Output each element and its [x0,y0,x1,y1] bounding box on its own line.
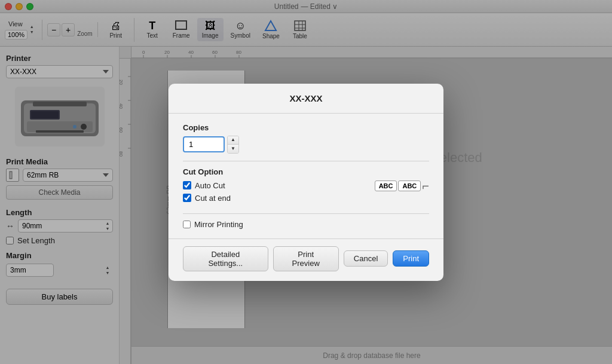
divider-2 [183,213,429,214]
copies-down-button[interactable]: ▼ [228,145,238,153]
copies-label: Copies [183,123,429,132]
auto-cut-label: Auto Cut [195,181,225,190]
mirror-printing-label: Mirror Printing [194,220,243,229]
auto-cut-checkbox[interactable] [183,181,191,189]
print-dialog: XX-XXX Copies ▲ ▼ Cut Option [169,84,443,281]
abc-badge-group: ABC ABC ⌐ [375,179,429,193]
print-preview-button[interactable]: Print Preview [273,246,339,271]
mirror-printing-row: Mirror Printing [183,220,429,229]
cut-at-end-label: Cut at end [195,194,231,203]
modal-overlay: XX-XXX Copies ▲ ▼ Cut Option [0,0,612,364]
auto-cut-row: Auto Cut [183,181,231,190]
copies-up-button[interactable]: ▲ [228,136,238,145]
copies-stepper: ▲ ▼ [227,136,239,154]
cancel-button[interactable]: Cancel [344,250,388,267]
cut-option-label: Cut Option [183,167,231,176]
detailed-settings-button[interactable]: Detailed Settings... [183,246,268,271]
abc-badge-1: ABC [375,181,397,191]
print-button[interactable]: Print [393,250,429,267]
abc-bracket: ⌐ [422,179,429,193]
copies-section: Copies ▲ ▼ [183,123,429,154]
mirror-printing-checkbox[interactable] [183,221,191,228]
modal-title: XX-XXX [169,84,443,114]
copies-input[interactable] [183,136,225,152]
cut-at-end-row: Cut at end [183,194,231,203]
modal-footer: Detailed Settings... Print Preview Cance… [169,238,443,281]
abc-badge-2: ABC [398,181,421,191]
modal-body: Copies ▲ ▼ Cut Option [169,114,443,238]
cut-at-end-checkbox[interactable] [183,194,191,202]
divider-1 [183,161,429,161]
cut-option-section: Cut Option Auto Cut Cut at end ABC ABC [183,167,429,206]
